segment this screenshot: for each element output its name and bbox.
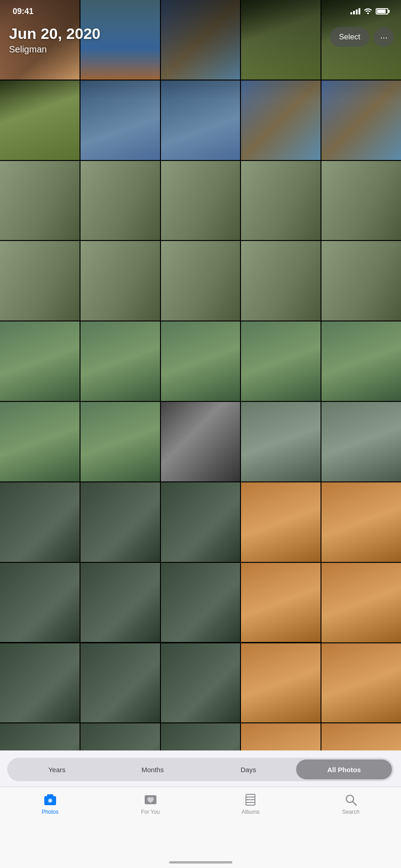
albums-tab-icon <box>243 793 258 807</box>
photo-cell[interactable] <box>80 723 160 750</box>
photo-cell[interactable] <box>80 241 160 321</box>
tab-for-you[interactable]: For You <box>100 793 201 815</box>
photo-cell[interactable] <box>321 643 401 723</box>
select-button[interactable]: Select <box>330 27 369 47</box>
photo-cell[interactable] <box>321 563 401 642</box>
photo-cell[interactable] <box>0 402 80 481</box>
photo-cell[interactable] <box>161 241 241 321</box>
photos-tab-label: Photos <box>42 809 58 815</box>
photo-cell[interactable] <box>0 80 80 160</box>
photo-cell[interactable] <box>241 80 321 160</box>
photo-cell[interactable] <box>0 482 80 562</box>
photo-cell[interactable] <box>80 563 160 642</box>
photo-cell[interactable] <box>0 241 80 321</box>
photo-cell[interactable] <box>161 402 241 481</box>
photo-cell[interactable] <box>321 161 401 241</box>
for-you-tab-icon <box>143 793 158 807</box>
photo-cell[interactable] <box>0 161 80 241</box>
photo-cell[interactable] <box>80 402 160 481</box>
photo-cell[interactable] <box>161 563 241 642</box>
photo-cell[interactable] <box>321 482 401 562</box>
photo-cell[interactable] <box>241 482 321 562</box>
status-icons <box>350 7 388 16</box>
tab-bar: Photos For You Albums <box>0 787 401 868</box>
albums-tab-label: Albums <box>241 809 259 815</box>
photo-cell[interactable] <box>161 161 241 241</box>
photo-cell[interactable] <box>0 321 80 401</box>
photo-cell[interactable] <box>241 241 321 321</box>
tab-search[interactable]: Search <box>301 793 401 815</box>
photo-cell[interactable] <box>80 161 160 241</box>
photo-cell[interactable] <box>80 482 160 562</box>
photo-cell[interactable] <box>321 241 401 321</box>
photo-cell[interactable] <box>161 723 241 750</box>
photo-cell[interactable] <box>0 643 80 723</box>
bottom-area: YearsMonthsDaysAll Photos Photos F <box>0 750 401 868</box>
photo-cell[interactable] <box>321 402 401 481</box>
tab-photos[interactable]: Photos <box>0 793 100 815</box>
more-button[interactable]: ··· <box>374 27 394 47</box>
photos-tab-icon <box>43 793 57 807</box>
header-date: Jun 20, 2020 <box>9 25 100 42</box>
segment-btn-days[interactable]: Days <box>201 760 297 779</box>
photo-cell[interactable] <box>321 321 401 401</box>
status-bar: 09:41 <box>0 0 401 23</box>
for-you-tab-label: For You <box>141 809 160 815</box>
wifi-icon <box>364 7 372 16</box>
header-location: Seligman <box>9 44 100 55</box>
photo-cell[interactable] <box>241 161 321 241</box>
svg-line-10 <box>353 802 357 806</box>
tab-albums[interactable]: Albums <box>201 793 301 815</box>
photo-cell[interactable] <box>321 723 401 750</box>
photo-cell[interactable] <box>161 643 241 723</box>
svg-point-9 <box>346 795 354 802</box>
photo-cell[interactable] <box>0 723 80 750</box>
photo-cell[interactable] <box>0 563 80 642</box>
photo-cell[interactable] <box>161 321 241 401</box>
photo-cell[interactable] <box>241 321 321 401</box>
photo-cell[interactable] <box>80 643 160 723</box>
ellipsis-icon: ··· <box>380 32 388 42</box>
segment-btn-years[interactable]: Years <box>9 760 105 779</box>
segment-btn-all-photos[interactable]: All Photos <box>296 760 392 779</box>
header-buttons: Select ··· <box>330 27 394 47</box>
photo-cell[interactable] <box>241 723 321 750</box>
photo-cell[interactable] <box>321 80 401 160</box>
search-tab-label: Search <box>342 809 359 815</box>
svg-point-3 <box>49 799 52 802</box>
photo-cell[interactable] <box>241 643 321 723</box>
photo-cell[interactable] <box>241 402 321 481</box>
status-time: 09:41 <box>13 7 33 16</box>
photo-cell[interactable] <box>161 482 241 562</box>
segment-control: YearsMonthsDaysAll Photos <box>7 758 394 781</box>
search-tab-icon <box>344 793 358 807</box>
photo-grid <box>0 0 401 750</box>
photo-cell[interactable] <box>161 80 241 160</box>
battery-icon <box>376 8 388 14</box>
header-content: Jun 20, 2020 Seligman <box>9 25 100 55</box>
home-indicator <box>169 861 232 863</box>
photo-cell[interactable] <box>241 563 321 642</box>
segment-btn-months[interactable]: Months <box>105 760 201 779</box>
photo-cell[interactable] <box>80 80 160 160</box>
photo-cell[interactable] <box>80 321 160 401</box>
signal-icon <box>350 8 360 14</box>
svg-rect-1 <box>47 794 53 797</box>
